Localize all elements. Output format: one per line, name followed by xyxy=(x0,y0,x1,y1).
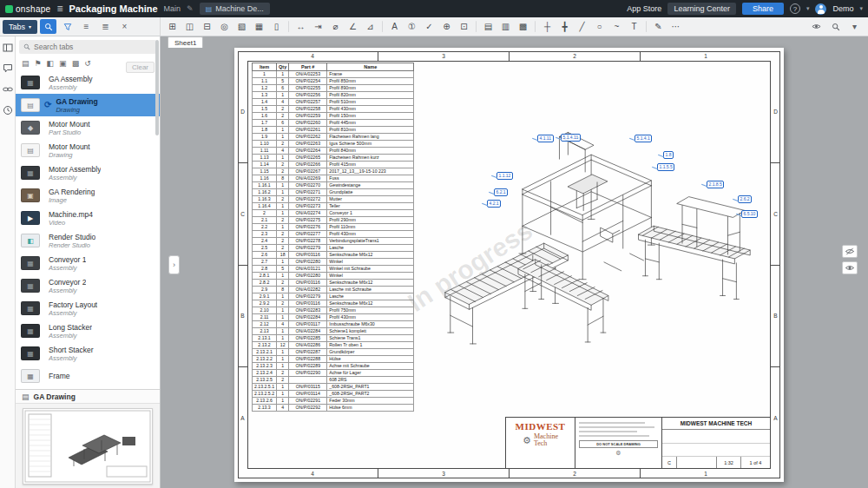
document-filter-icon[interactable]: ▤ xyxy=(22,59,30,68)
detail-view-icon[interactable]: ◎ xyxy=(216,19,233,34)
section-view-icon[interactable]: ⊟ xyxy=(199,19,215,34)
drawing-canvas[interactable]: Sheet1 › 4321 4321 DCBA DCBA ItemQtyPart… xyxy=(161,36,868,488)
balloon-callout[interactable]: 5.1.4.1 xyxy=(635,135,652,142)
center-mark-icon[interactable]: ┼ xyxy=(539,19,556,34)
balloon-callout[interactable]: 1.8 xyxy=(663,151,674,159)
bom-table[interactable]: ItemQtyPart #Name 1 1 ON/A/02253 Frame 1… xyxy=(252,63,414,412)
balloon-callout[interactable]: 5.1.4.11 xyxy=(561,134,581,142)
hide-show-button[interactable] xyxy=(808,19,825,34)
share-button[interactable]: Share xyxy=(742,3,784,15)
balloon-callout[interactable]: 6.5.10 xyxy=(741,210,758,218)
tab-list-item[interactable]: ▦ Conveyor 1 Assembly xyxy=(16,252,160,274)
hide-entities-button[interactable] xyxy=(842,245,858,258)
tab-list-item[interactable]: ▶ Machine.mp4 Video xyxy=(16,207,160,229)
user-chevron-icon[interactable]: ▾ xyxy=(859,5,863,12)
crop-view-icon[interactable]: ▦ xyxy=(251,19,267,34)
zoom-button[interactable] xyxy=(827,19,844,34)
text-icon[interactable]: T xyxy=(626,19,642,34)
history-filter-icon[interactable]: ↺ xyxy=(84,59,91,68)
separator-icon[interactable] xyxy=(382,21,383,32)
show-entities-button[interactable] xyxy=(842,261,858,274)
balloon-callout[interactable]: 1.1.12 xyxy=(496,172,513,180)
branch-label[interactable]: Main xyxy=(164,4,181,13)
more-tools-icon[interactable]: ⋯ xyxy=(667,19,684,34)
part-filter-icon[interactable]: ◧ xyxy=(47,59,55,68)
tab-list-item[interactable]: ▦ Frame xyxy=(16,365,160,387)
hole-table-icon[interactable]: ▩ xyxy=(515,19,531,34)
separator-icon[interactable] xyxy=(535,21,536,32)
balloon-callout[interactable]: 2.1.8.5 xyxy=(707,181,724,188)
ordinate-dimension-icon[interactable]: ⇥ xyxy=(310,19,326,34)
close-tabs-panel-button[interactable]: × xyxy=(116,19,133,34)
auxiliary-view-icon[interactable]: ▧ xyxy=(233,19,250,34)
image-filter-icon[interactable]: ▣ xyxy=(59,59,67,68)
panel-expand-handle[interactable]: › xyxy=(168,255,180,274)
tab-list-scrollbar[interactable] xyxy=(155,40,159,135)
balloon-callout[interactable]: 4.1.11 xyxy=(537,135,554,142)
separator-icon[interactable] xyxy=(476,21,477,32)
history-button[interactable] xyxy=(2,105,13,116)
break-view-icon[interactable]: ▯ xyxy=(268,19,285,34)
balloon-callout[interactable]: 2.6.2 xyxy=(738,195,752,203)
sheet-tab[interactable]: Sheet1 xyxy=(168,36,203,48)
tabs-dropdown-button[interactable]: Tabs ▾ xyxy=(3,20,37,34)
chamfer-dimension-icon[interactable]: ⊿ xyxy=(362,19,378,34)
collapse-toolbar-button[interactable]: ▾ xyxy=(846,19,863,34)
tab-list-item[interactable]: ▦ Short Stacker Assembly xyxy=(16,342,160,365)
insert-view-icon[interactable]: ⊞ xyxy=(164,19,181,34)
edit-title-icon[interactable]: ✎ xyxy=(187,4,194,13)
tab-list-item[interactable]: ▦ Long Stacker Assembly xyxy=(16,320,160,342)
datum-icon[interactable]: ⊡ xyxy=(456,19,472,34)
bom-table-icon[interactable]: ▥ xyxy=(497,19,514,34)
preview-panel-header[interactable]: ▤ GA Drawing xyxy=(16,389,160,403)
panels-button[interactable] xyxy=(2,43,13,54)
dimension-icon[interactable]: ↔ xyxy=(293,19,309,34)
tab-list-item[interactable]: ▦ GA Assembly Assembly xyxy=(16,71,160,94)
sketch-icon[interactable]: ✎ xyxy=(650,19,667,34)
search-tabs-button[interactable] xyxy=(40,19,56,34)
filter-tabs-button[interactable] xyxy=(59,19,76,34)
comments-button[interactable] xyxy=(2,63,13,75)
help-chevron-icon[interactable]: ▾ xyxy=(806,5,810,12)
balloon-callout[interactable]: 6.2.1 xyxy=(494,188,508,196)
flag-filter-icon[interactable]: ⚑ xyxy=(35,59,42,68)
tab-list-item[interactable]: ▦ Factory Layout Assembly xyxy=(16,297,160,320)
tab-list-item[interactable]: ▤ ⟳ GA Drawing Drawing xyxy=(16,94,160,116)
note-icon[interactable]: A xyxy=(386,19,403,34)
list-view-button[interactable]: ≡ xyxy=(78,19,95,34)
app-store-link[interactable]: App Store xyxy=(627,4,661,13)
balloon-callout[interactable]: 4.2.1 xyxy=(487,200,501,208)
drawing-sheet[interactable]: 4321 4321 DCBA DCBA ItemQtyPart #Name 1 … xyxy=(234,48,784,482)
active-element-tab[interactable]: ▤ Machine De... xyxy=(200,3,270,15)
line-icon[interactable]: ╱ xyxy=(574,19,590,34)
main-menu-icon[interactable]: ≡ xyxy=(56,3,62,14)
tab-list-item[interactable]: ▤ Motor Mount Drawing xyxy=(16,139,160,162)
balloon-icon[interactable]: ① xyxy=(404,19,420,34)
table-filter-icon[interactable]: ▩ xyxy=(72,59,80,68)
angle-dimension-icon[interactable]: ∠ xyxy=(345,19,361,34)
tab-list-item[interactable]: ▣ GA Rendering Image xyxy=(16,184,160,207)
diameter-dimension-icon[interactable]: ⌀ xyxy=(327,19,344,34)
separator-icon[interactable] xyxy=(646,21,647,32)
user-avatar[interactable] xyxy=(815,3,826,15)
help-icon[interactable]: ? xyxy=(790,3,800,14)
balloon-callout[interactable]: 1.1.5.5 xyxy=(657,163,674,171)
follow-mode-button[interactable] xyxy=(2,84,13,96)
onshape-logo[interactable]: onshape xyxy=(5,4,50,14)
circle-icon[interactable]: ○ xyxy=(591,19,608,34)
projected-view-icon[interactable]: ◫ xyxy=(181,19,198,34)
separator-icon[interactable] xyxy=(288,21,289,32)
tab-list-item[interactable]: ◧ Render Studio Render Studio xyxy=(16,229,160,252)
detail-view-button[interactable]: ≣ xyxy=(97,19,114,34)
tab-list-item[interactable]: ▦ Motor Assembly Assembly xyxy=(16,162,160,184)
geometric-tolerance-icon[interactable]: ⊕ xyxy=(438,19,455,34)
tab-list-item[interactable]: ◆ Motor Mount Part Studio xyxy=(16,116,160,139)
search-tabs-input[interactable] xyxy=(34,43,152,51)
table-icon[interactable]: ▤ xyxy=(480,19,496,34)
centerline-icon[interactable]: ╋ xyxy=(556,19,573,34)
spline-icon[interactable]: ~ xyxy=(608,19,625,34)
drawing-preview-thumbnail[interactable] xyxy=(23,408,153,485)
learning-center-link[interactable]: Learning Center xyxy=(667,3,736,15)
surface-finish-icon[interactable]: ✓ xyxy=(421,19,437,34)
tab-list-item[interactable]: ▦ Conveyor 2 Assembly xyxy=(16,274,160,297)
